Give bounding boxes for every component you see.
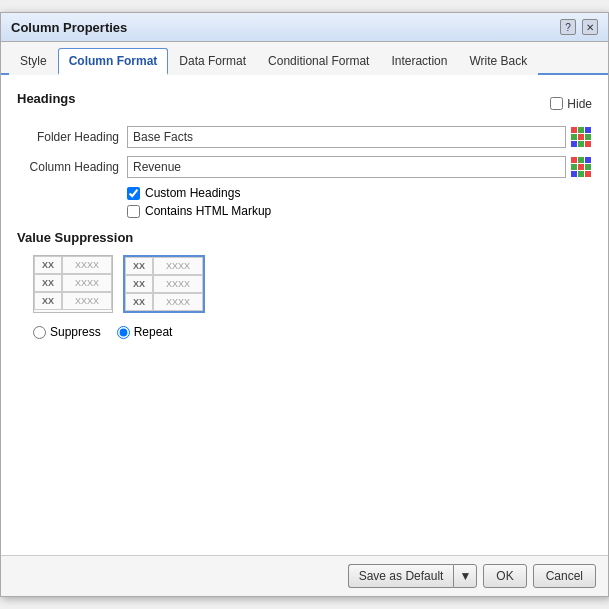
checkboxes-area: Custom Headings Contains HTML Markup	[127, 186, 592, 218]
suppress-radio-option[interactable]: Suppress	[33, 325, 101, 339]
tab-column-format[interactable]: Column Format	[58, 48, 169, 75]
contains-html-row[interactable]: Contains HTML Markup	[127, 204, 592, 218]
rep-cell-xxxx1: XXXX	[153, 257, 203, 275]
dialog-footer: Save as Default ▼ OK Cancel	[1, 555, 608, 596]
repeat-radio[interactable]	[117, 326, 130, 339]
column-heading-input[interactable]	[127, 156, 566, 178]
column-heading-row: Column Heading	[17, 156, 592, 178]
rep-cell-xx1: XX	[125, 257, 153, 275]
cancel-button[interactable]: Cancel	[533, 564, 596, 588]
folder-heading-label: Folder Heading	[17, 130, 127, 144]
tab-conditional-format[interactable]: Conditional Format	[257, 48, 380, 75]
dialog-body: Headings Hide Folder Heading Column Head…	[1, 75, 608, 555]
folder-heading-row: Folder Heading	[17, 126, 592, 148]
contains-html-checkbox[interactable]	[127, 205, 140, 218]
supp-cell-xx2: XX	[34, 274, 62, 292]
repeat-radio-label: Repeat	[134, 325, 173, 339]
folder-heading-icon-btn[interactable]	[570, 126, 592, 148]
suppression-area: XX XXXX XX XXXX XX XXXX XX XXXX XX XXXX …	[33, 255, 592, 313]
radio-row: Suppress Repeat	[33, 325, 592, 339]
tab-bar: Style Column Format Data Format Conditio…	[1, 42, 608, 75]
dialog-titlebar: Column Properties ? ✕	[1, 13, 608, 42]
help-icon[interactable]: ?	[560, 19, 576, 35]
tab-style[interactable]: Style	[9, 48, 58, 75]
column-properties-dialog: Column Properties ? ✕ Style Column Forma…	[0, 12, 609, 597]
column-heading-label: Column Heading	[17, 160, 127, 174]
close-icon[interactable]: ✕	[582, 19, 598, 35]
column-heading-icon-btn[interactable]	[570, 156, 592, 178]
suppress-box: XX XXXX XX XXXX XX XXXX	[33, 255, 113, 313]
custom-headings-checkbox[interactable]	[127, 187, 140, 200]
repeat-radio-option[interactable]: Repeat	[117, 325, 173, 339]
hide-checkbox-row[interactable]: Hide	[550, 97, 592, 111]
rep-cell-xxxx2: XXXX	[153, 275, 203, 293]
dialog-title: Column Properties	[11, 20, 127, 35]
supp-cell-xx3: XX	[34, 292, 62, 310]
rep-cell-xx2: XX	[125, 275, 153, 293]
suppress-radio-label: Suppress	[50, 325, 101, 339]
titlebar-icons: ? ✕	[560, 19, 598, 35]
hide-label: Hide	[567, 97, 592, 111]
supp-cell-xxxx2: XXXX	[62, 274, 112, 292]
tab-interaction[interactable]: Interaction	[380, 48, 458, 75]
ok-button[interactable]: OK	[483, 564, 526, 588]
custom-headings-label: Custom Headings	[145, 186, 240, 200]
rep-cell-xxxx3: XXXX	[153, 293, 203, 311]
supp-cell-xxxx3: XXXX	[62, 292, 112, 310]
headings-section-header: Headings Hide	[17, 91, 592, 116]
hide-checkbox[interactable]	[550, 97, 563, 110]
custom-headings-row[interactable]: Custom Headings	[127, 186, 592, 200]
save-default-button-group: Save as Default ▼	[348, 564, 478, 588]
color-grid-icon-2	[571, 157, 591, 177]
headings-title: Headings	[17, 91, 76, 106]
save-default-dropdown-arrow[interactable]: ▼	[453, 564, 477, 588]
folder-heading-input[interactable]	[127, 126, 566, 148]
supp-cell-xxxx1: XXXX	[62, 256, 112, 274]
rep-cell-xx3: XX	[125, 293, 153, 311]
tab-data-format[interactable]: Data Format	[168, 48, 257, 75]
repeat-box: XX XXXX XX XXXX XX XXXX	[123, 255, 205, 313]
contains-html-label: Contains HTML Markup	[145, 204, 271, 218]
value-suppression-title: Value Suppression	[17, 230, 592, 245]
tab-write-back[interactable]: Write Back	[458, 48, 538, 75]
suppress-radio[interactable]	[33, 326, 46, 339]
save-default-button[interactable]: Save as Default	[348, 564, 454, 588]
color-grid-icon	[571, 127, 591, 147]
supp-cell-xx1: XX	[34, 256, 62, 274]
